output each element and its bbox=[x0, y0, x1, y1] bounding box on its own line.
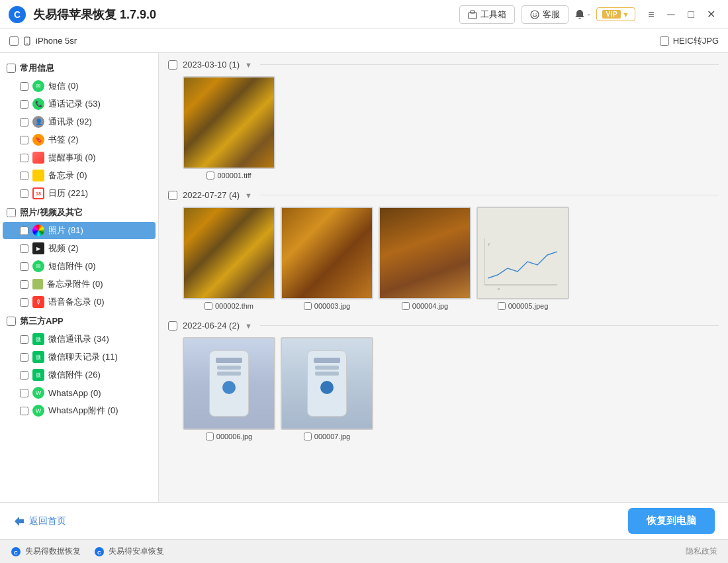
sidebar-item-voice-memo[interactable]: 🎙 语音备忘录 (0) bbox=[3, 293, 156, 311]
bookmark-label: 书签 (2) bbox=[48, 134, 148, 146]
sidebar-item-photos[interactable]: 照片 (81) bbox=[3, 222, 156, 239]
sidebar-item-wechat-chat[interactable]: 微 微信聊天记录 (11) bbox=[3, 348, 156, 366]
heic-option: HEIC转JPG bbox=[660, 35, 719, 47]
notification-bell[interactable]: - bbox=[574, 9, 590, 21]
minimize-button[interactable]: ─ bbox=[662, 5, 680, 24]
whatsapp-checkbox[interactable] bbox=[20, 389, 28, 397]
sidebar-item-sms-attach[interactable]: ✉ 短信附件 (0) bbox=[3, 258, 156, 275]
menu-button[interactable]: ≡ bbox=[642, 5, 660, 24]
photo6-checkbox[interactable] bbox=[206, 433, 214, 440]
sidebar-item-bookmark[interactable]: 🔖 书签 (2) bbox=[3, 131, 156, 148]
photo3-checkbox[interactable] bbox=[304, 302, 312, 310]
footer-logo-2: C bbox=[94, 546, 105, 557]
maximize-button[interactable]: □ bbox=[682, 5, 700, 24]
group1-chevron[interactable]: ▼ bbox=[245, 61, 252, 69]
photo-thumb-2[interactable] bbox=[183, 207, 275, 299]
sidebar-item-calendar[interactable]: 18 日历 (221) bbox=[3, 185, 156, 202]
photo-item-6[interactable]: 000006.jpg bbox=[183, 337, 275, 440]
sidebar-item-call[interactable]: 📞 通话记录 (53) bbox=[3, 95, 156, 113]
heic-checkbox[interactable] bbox=[660, 36, 669, 46]
phone-icon bbox=[23, 36, 32, 46]
wechat-attach-label: 微信附件 (26) bbox=[48, 369, 148, 381]
videos-checkbox[interactable] bbox=[20, 244, 28, 253]
group2-divider bbox=[260, 195, 719, 195]
photo-thumb-1[interactable] bbox=[183, 76, 275, 169]
group1-checkbox[interactable] bbox=[168, 60, 177, 70]
sidebar-item-wechat-contacts[interactable]: 微 微信通讯录 (34) bbox=[3, 331, 156, 348]
photo-filename-3: 000003.jpg bbox=[304, 302, 350, 310]
note-attach-checkbox[interactable] bbox=[20, 280, 28, 289]
sms-checkbox[interactable] bbox=[20, 82, 28, 91]
calendar-checkbox[interactable] bbox=[20, 189, 28, 198]
privacy-link[interactable]: 隐私政策 bbox=[686, 546, 717, 557]
photo-item-4[interactable]: 000004.jpg bbox=[379, 207, 471, 310]
wechat-contacts-checkbox[interactable] bbox=[20, 335, 28, 344]
footer-label-1: 失易得数据恢复 bbox=[25, 546, 81, 557]
sidebar-item-note-attach[interactable]: 备忘录附件 (0) bbox=[3, 276, 156, 293]
note-checkbox[interactable] bbox=[20, 172, 28, 180]
svg-text:C: C bbox=[97, 550, 101, 556]
call-checkbox[interactable] bbox=[20, 100, 28, 109]
photo7-checkbox[interactable] bbox=[304, 433, 312, 440]
close-button[interactable]: ✕ bbox=[702, 5, 720, 24]
sms-attach-checkbox[interactable] bbox=[20, 262, 28, 271]
wechat-chat-checkbox[interactable] bbox=[20, 353, 28, 362]
wechat-chat-label: 微信聊天记录 (11) bbox=[48, 351, 148, 363]
sidebar-item-reminder[interactable]: 提醒事项 (0) bbox=[3, 149, 156, 166]
section-media-checkbox[interactable] bbox=[7, 208, 16, 217]
photo-item-2[interactable]: 000002.thm bbox=[183, 207, 275, 310]
bell-dash: - bbox=[587, 9, 590, 19]
photo2-checkbox[interactable] bbox=[205, 302, 212, 310]
photo-thumb-4[interactable] bbox=[379, 207, 471, 299]
sidebar-item-videos[interactable]: ▶ 视频 (2) bbox=[3, 240, 156, 257]
photo-item-7[interactable]: 000007.jpg bbox=[281, 337, 373, 440]
photo-item-3[interactable]: 000003.jpg bbox=[281, 207, 373, 310]
footer-links: C 失易得数据恢复 C 失易得安卓恢复 bbox=[11, 546, 164, 557]
calendar-label: 日历 (221) bbox=[48, 187, 148, 199]
section-thirdparty-checkbox[interactable] bbox=[7, 317, 16, 326]
photo-filename-7: 000007.jpg bbox=[304, 433, 350, 440]
reminder-checkbox[interactable] bbox=[20, 154, 28, 162]
photo-thumb-3[interactable] bbox=[281, 207, 373, 299]
whatsapp-attach-checkbox[interactable] bbox=[20, 407, 28, 415]
wechat-attach-checkbox[interactable] bbox=[20, 371, 28, 380]
vip-button[interactable]: VIP ▼ bbox=[596, 7, 635, 21]
footer-link-2[interactable]: C 失易得安卓恢复 bbox=[94, 546, 164, 557]
group2-date: 2022-07-27 (4) bbox=[183, 190, 240, 200]
group3-checkbox[interactable] bbox=[168, 321, 177, 331]
restore-button[interactable]: 恢复到电脑 bbox=[628, 508, 715, 534]
photo-item-1[interactable]: 000001.tiff bbox=[183, 76, 275, 179]
sms-attach-icon: ✉ bbox=[32, 260, 44, 272]
photo-thumb-6[interactable] bbox=[183, 337, 275, 430]
photo-item-5[interactable]: x y 000005.jpeg bbox=[477, 207, 569, 310]
sidebar-item-whatsapp[interactable]: W WhatsApp (0) bbox=[3, 384, 156, 401]
section-common-checkbox[interactable] bbox=[7, 64, 16, 73]
svg-point-8 bbox=[26, 43, 28, 44]
group2-checkbox[interactable] bbox=[168, 191, 177, 200]
photos-checkbox[interactable] bbox=[20, 227, 28, 235]
service-button[interactable]: 客服 bbox=[522, 5, 569, 24]
photo-thumb-5[interactable]: x y bbox=[477, 207, 569, 299]
back-button[interactable]: 返回首页 bbox=[13, 515, 66, 527]
sidebar-item-note[interactable]: 备忘录 (0) bbox=[3, 167, 156, 184]
sidebar-item-contacts[interactable]: 👤 通讯录 (92) bbox=[3, 113, 156, 130]
photo1-checkbox[interactable] bbox=[206, 172, 214, 179]
svg-text:C: C bbox=[14, 550, 18, 556]
contacts-checkbox[interactable] bbox=[20, 118, 28, 127]
photo5-checkbox[interactable] bbox=[498, 302, 506, 310]
photo-thumb-7[interactable] bbox=[281, 337, 373, 430]
restore-label: 恢复到电脑 bbox=[647, 515, 696, 526]
sidebar-item-wechat-attach[interactable]: 微 微信附件 (26) bbox=[3, 366, 156, 384]
photo4-checkbox[interactable] bbox=[402, 302, 410, 310]
sidebar-item-sms[interactable]: ✉ 短信 (0) bbox=[3, 77, 156, 95]
footer-link-1[interactable]: C 失易得数据恢复 bbox=[11, 546, 81, 557]
sidebar-item-whatsapp-attach[interactable]: W WhatsApp附件 (0) bbox=[3, 402, 156, 419]
bookmark-checkbox[interactable] bbox=[20, 136, 28, 144]
note-attach-label: 备忘录附件 (0) bbox=[47, 278, 148, 290]
group2-chevron[interactable]: ▼ bbox=[245, 191, 252, 199]
device-checkbox[interactable] bbox=[9, 36, 19, 46]
voice-memo-checkbox[interactable] bbox=[20, 298, 28, 307]
toolbox-button[interactable]: 工具箱 bbox=[459, 5, 515, 24]
photo-filename-2: 000002.thm bbox=[205, 302, 253, 310]
group3-chevron[interactable]: ▼ bbox=[245, 322, 252, 330]
